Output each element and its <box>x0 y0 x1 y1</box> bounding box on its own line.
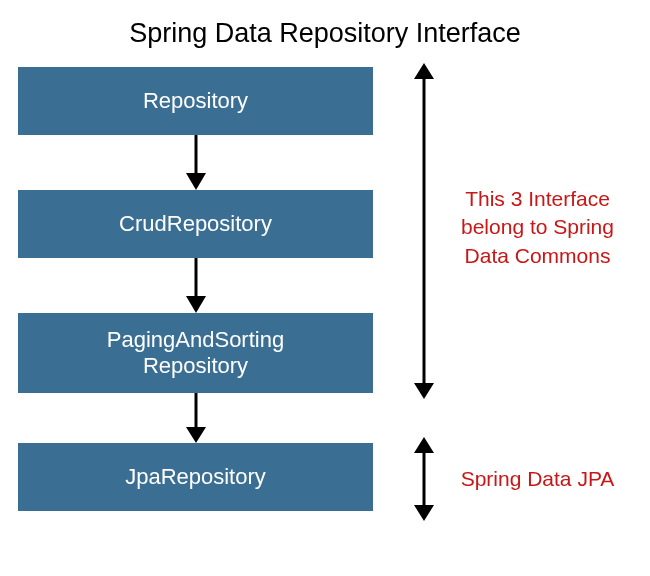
annotation-commons-line1: This 3 Interface <box>450 185 625 213</box>
annotation-jpa: Spring Data JPA <box>450 465 625 493</box>
svg-marker-9 <box>414 437 434 453</box>
box-paging-line1: PagingAndSorting <box>107 327 284 353</box>
svg-marker-6 <box>414 63 434 79</box>
svg-marker-5 <box>186 427 206 443</box>
box-repository: Repository <box>18 67 373 135</box>
svg-marker-1 <box>186 173 206 190</box>
bracket-jpa <box>412 437 436 521</box>
diagram-title: Spring Data Repository Interface <box>0 0 650 67</box>
box-crud-repository-label: CrudRepository <box>119 211 272 237</box>
arrow-repo-to-crud <box>184 135 208 190</box>
box-repository-label: Repository <box>143 88 248 114</box>
box-jpa-repository-label: JpaRepository <box>125 464 266 490</box>
box-paging-sorting-repository: PagingAndSorting Repository <box>18 313 373 393</box>
svg-marker-11 <box>414 505 434 521</box>
annotation-commons: This 3 Interface belong to Spring Data C… <box>450 185 625 270</box>
annotation-commons-line3: Data Commons <box>450 242 625 270</box>
box-jpa-repository: JpaRepository <box>18 443 373 511</box>
annotation-commons-line2: belong to Spring <box>450 213 625 241</box>
arrow-crud-to-paging <box>184 258 208 313</box>
bracket-commons <box>412 63 436 399</box>
svg-marker-3 <box>186 296 206 313</box>
box-paging-line2: Repository <box>143 353 248 379</box>
annotation-jpa-text: Spring Data JPA <box>461 467 615 490</box>
arrow-paging-to-jpa <box>184 393 208 443</box>
svg-marker-8 <box>414 383 434 399</box>
box-crud-repository: CrudRepository <box>18 190 373 258</box>
